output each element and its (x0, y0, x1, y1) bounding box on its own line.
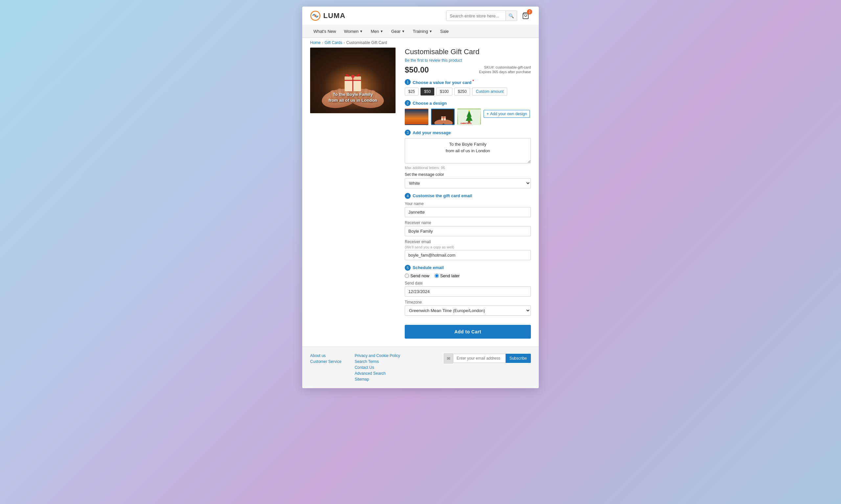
breadcrumb: Home › Gift Cards › Customisable Gift Ca… (302, 38, 539, 48)
nav-item-women[interactable]: Women▼ (341, 25, 366, 38)
send-now-label: Send now (410, 273, 429, 278)
send-date-input[interactable] (405, 286, 531, 296)
step-2-num: 2 (405, 100, 411, 106)
step-2-section: 2 Choose a design (405, 100, 531, 125)
design-thumb-christmas[interactable]: CHRISTMAS (457, 109, 481, 125)
color-select[interactable]: White Black Red Blue Green (405, 178, 531, 188)
amount-btn-50[interactable]: $50 (420, 88, 434, 95)
your-name-field: Your name (405, 201, 531, 217)
send-later-label: Send later (440, 273, 460, 278)
receiver-name-field: Receiver name (405, 220, 531, 236)
step-5-num: 5 (405, 265, 411, 271)
nav-item-whats-new[interactable]: What's New (310, 25, 339, 38)
footer-advanced-search[interactable]: Advanced Search (355, 371, 400, 376)
product-image-wrap: To the Boyle Family from all of us in Lo… (310, 48, 396, 113)
footer-subscribe-button[interactable]: Subscribe (505, 354, 531, 363)
search-input[interactable] (446, 14, 505, 18)
store-container: LUMA 🔍 2 What's New Women▼ Men▼ Gear▼ Tr… (302, 6, 539, 388)
svg-point-30 (468, 110, 470, 111)
receiver-email-input[interactable] (405, 250, 531, 260)
footer: About us Customer Service Privacy and Co… (302, 346, 539, 388)
footer-about-us[interactable]: About us (310, 354, 341, 358)
breadcrumb-sep-2: › (344, 40, 345, 45)
footer-col-1: About us Customer Service (310, 354, 341, 382)
amount-btn-25[interactable]: $25 (405, 88, 418, 95)
design-thumb-sunset[interactable] (405, 109, 428, 125)
footer-customer-service[interactable]: Customer Service (310, 359, 341, 364)
breadcrumb-sep-1: › (322, 40, 323, 45)
nav-item-men[interactable]: Men▼ (367, 25, 386, 38)
send-now-radio[interactable] (405, 274, 409, 278)
nav-item-sale[interactable]: Sale (437, 25, 452, 38)
amount-btn-custom[interactable]: Custom amount (472, 88, 507, 95)
step-5-label: Schedule email (413, 265, 444, 270)
add-design-button[interactable]: + Add your own design (484, 110, 530, 118)
footer-email-input[interactable] (453, 354, 505, 363)
design-row: CHRISTMAS + Add your own design (405, 109, 531, 125)
add-design-icon: + (486, 111, 489, 116)
step-2-label: Choose a design (413, 101, 447, 106)
footer-contact[interactable]: Contact Us (355, 365, 400, 370)
step-4-num: 4 (405, 193, 411, 199)
receiver-email-label: Receiver email (405, 239, 531, 244)
search-bar[interactable]: 🔍 (446, 11, 517, 21)
mail-icon: ✉ (444, 354, 453, 363)
step-2-header: 2 Choose a design (405, 100, 531, 106)
header-right: 🔍 2 (446, 11, 531, 21)
receiver-name-label: Receiver name (405, 220, 531, 225)
breadcrumb-current: Customisable Gift Card (346, 40, 387, 45)
step-1-section: 1 Choose a value for your card * $25 $50… (405, 79, 531, 95)
step-1-label: Choose a value for your card * (413, 79, 474, 85)
message-hint: Max additional letters: 96 (405, 166, 531, 169)
product-info-col: Customisable Gift Card Be the first to r… (405, 48, 531, 339)
cart-badge: 2 (527, 9, 532, 15)
amount-btn-250[interactable]: $250 (454, 88, 470, 95)
design-thumb-hands[interactable] (431, 109, 455, 125)
send-later-radio[interactable] (435, 274, 439, 278)
logo[interactable]: LUMA (310, 11, 346, 21)
nav-item-gear[interactable]: Gear▼ (388, 25, 408, 38)
timezone-label: Timezone (405, 300, 531, 305)
step-5-section: 5 Schedule email Send now Send later Sen… (405, 265, 531, 316)
cart-icon-wrap[interactable]: 2 (520, 11, 531, 21)
logo-text: LUMA (323, 12, 346, 20)
send-later-option[interactable]: Send later (435, 273, 460, 278)
nav-item-training[interactable]: Training▼ (409, 25, 435, 38)
footer-privacy[interactable]: Privacy and Cookie Policy (355, 354, 400, 358)
step-4-header: 4 Customise the gift card email (405, 193, 531, 199)
receiver-email-field: Receiver email (We'll send you a copy as… (405, 239, 531, 260)
receiver-name-input[interactable] (405, 226, 531, 236)
timezone-field: Timezone Greenwich Mean Time (Europe/Lon… (405, 300, 531, 316)
design-thumb-christmas-img: CHRISTMAS (458, 109, 480, 125)
message-textarea[interactable]: To the Boyle Family from all of us in Lo… (405, 138, 531, 163)
image-overlay-text: To the Boyle Family from all of us in Lo… (310, 92, 396, 103)
timezone-select[interactable]: Greenwich Mean Time (Europe/London) East… (405, 305, 531, 316)
main-nav: What's New Women▼ Men▼ Gear▼ Training▼ S… (302, 25, 539, 38)
footer-links: About us Customer Service Privacy and Co… (310, 354, 400, 382)
footer-sitemap[interactable]: Sitemap (355, 377, 400, 382)
sku-label: SKU#: (484, 65, 495, 69)
product-image (310, 48, 396, 113)
breadcrumb-home[interactable]: Home (310, 40, 321, 45)
step-4-section: 4 Customise the gift card email Your nam… (405, 193, 531, 260)
amount-btn-100[interactable]: $100 (436, 88, 452, 95)
review-link[interactable]: Be the first to review this product (405, 58, 531, 63)
step-3-header: 3 Add your message (405, 130, 531, 136)
add-design-label: Add your own design (490, 111, 527, 116)
add-design-wrapper: + Add your own design (484, 109, 530, 118)
breadcrumb-gift-cards[interactable]: Gift Cards (325, 40, 342, 45)
search-button[interactable]: 🔍 (505, 11, 517, 21)
color-label: Set the message color (405, 172, 531, 177)
footer-subscribe: ✉ Subscribe (444, 354, 531, 363)
schedule-radio-group: Send now Send later (405, 273, 531, 278)
step-1-header: 1 Choose a value for your card * (405, 79, 531, 85)
price-row: $50.00 SKU#: customisable-gift-card Expi… (405, 65, 531, 74)
step-5-header: 5 Schedule email (405, 265, 531, 271)
your-name-input[interactable] (405, 207, 531, 217)
svg-point-18 (351, 75, 355, 78)
header: LUMA 🔍 2 (302, 6, 539, 25)
step-4-label: Customise the gift card email (413, 193, 472, 198)
footer-search-terms[interactable]: Search Terms (355, 359, 400, 364)
send-now-option[interactable]: Send now (405, 273, 429, 278)
add-to-cart-button[interactable]: Add to Cart (405, 325, 531, 339)
